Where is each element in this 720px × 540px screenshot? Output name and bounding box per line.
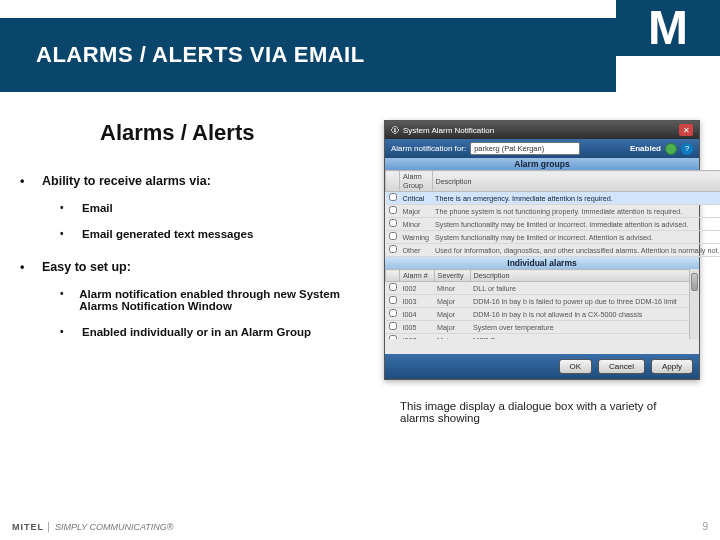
help-icon[interactable]: ? — [681, 143, 693, 155]
row-checkbox[interactable] — [389, 206, 397, 214]
bullet-icon: • — [60, 326, 70, 338]
dialog-toolbar: Alarm notification for: parkerg (Pat Ker… — [385, 139, 699, 158]
table-row[interactable]: WarningSystem functionality may be limit… — [386, 231, 721, 244]
row-checkbox[interactable] — [389, 193, 397, 201]
table-row[interactable]: OtherUsed for information, diagnostics, … — [386, 244, 721, 257]
page-number: 9 — [702, 521, 708, 532]
col-header: Severity — [434, 270, 470, 282]
table-row[interactable]: MinorSystem functionality may be limited… — [386, 218, 721, 231]
enabled-label: Enabled — [630, 144, 661, 153]
title-band: ALARMS / ALERTS VIA EMAIL — [0, 18, 616, 92]
table-row[interactable]: I005MajorSystem over temperature — [386, 321, 699, 334]
list-item: Alarm notification enabled through new S… — [79, 288, 380, 312]
enabled-toggle[interactable] — [665, 143, 677, 155]
row-checkbox[interactable] — [389, 296, 397, 304]
page-title: ALARMS / ALERTS VIA EMAIL — [36, 42, 365, 68]
footer-tagline: SIMPLY COMMUNICATING® — [48, 522, 173, 532]
bullet-icon: • — [60, 228, 70, 240]
logo-letter: M — [648, 4, 688, 52]
row-checkbox[interactable] — [389, 335, 397, 339]
bullet-icon: • — [20, 260, 30, 274]
bullet-icon: • — [60, 288, 67, 312]
scrollbar-thumb[interactable] — [691, 273, 698, 291]
bullet-list: •Ability to receive alarms via: •Email •… — [20, 174, 380, 358]
table-row[interactable]: I002MinorDLL or failure — [386, 282, 699, 295]
footer-brand: MITEL — [12, 522, 44, 532]
bullet-icon: • — [60, 202, 70, 214]
list-item: Easy to set up: — [42, 260, 131, 274]
close-icon[interactable]: ✕ — [679, 124, 693, 136]
row-checkbox[interactable] — [389, 283, 397, 291]
table-row[interactable]: CriticalThere is an emergency. Immediate… — [386, 192, 721, 205]
toolbar-label: Alarm notification for: — [391, 144, 466, 153]
table-row[interactable]: I004MajorDDM-16 in bay b is not allowed … — [386, 308, 699, 321]
alarm-groups-header: Alarm groups — [385, 158, 699, 170]
ok-button[interactable]: OK — [559, 359, 593, 374]
col-header: Alarm Group — [400, 171, 433, 192]
dialog-button-row: OK Cancel Apply — [385, 354, 699, 379]
individual-alarms-header: Individual alarms — [385, 257, 699, 269]
bullet-icon: • — [20, 174, 30, 188]
list-item: Email generated text messages — [82, 228, 253, 240]
dialog-title: System Alarm Notification — [403, 126, 494, 135]
row-checkbox[interactable] — [389, 219, 397, 227]
row-checkbox[interactable] — [389, 309, 397, 317]
row-checkbox[interactable] — [389, 322, 397, 330]
individual-alarms-table: Alarm # Severity Description I002MinorDL… — [385, 269, 699, 339]
col-header: Description — [470, 270, 699, 282]
apply-button[interactable]: Apply — [651, 359, 693, 374]
col-header: Description — [432, 171, 720, 192]
brand-logo: M — [616, 0, 720, 56]
row-checkbox[interactable] — [389, 245, 397, 253]
table-row[interactable]: I007MajorMSP Error — [386, 334, 699, 340]
col-header: Alarm # — [400, 270, 435, 282]
row-checkbox[interactable] — [389, 232, 397, 240]
alarm-dialog: 🛈 System Alarm Notification ✕ Alarm noti… — [384, 120, 700, 380]
cancel-button[interactable]: Cancel — [598, 359, 645, 374]
list-item: Ability to receive alarms via: — [42, 174, 211, 188]
table-row[interactable]: I003MajorDDM-16 in bay b is failed to po… — [386, 295, 699, 308]
list-item: Enabled individually or in an Alarm Grou… — [82, 326, 311, 338]
alarm-groups-table: Alarm Group Description CriticalThere is… — [385, 170, 720, 257]
scrollbar[interactable] — [689, 269, 699, 339]
image-caption: This image display a dialogue box with a… — [400, 400, 680, 424]
alarm-icon: 🛈 — [391, 126, 399, 135]
dialog-titlebar: 🛈 System Alarm Notification ✕ — [385, 121, 699, 139]
list-item: Email — [82, 202, 113, 214]
table-row[interactable]: MajorThe phone system is not functioning… — [386, 205, 721, 218]
user-combo[interactable]: parkerg (Pat Kergan) — [470, 142, 580, 155]
footer: MITEL SIMPLY COMMUNICATING® 9 — [12, 521, 708, 532]
